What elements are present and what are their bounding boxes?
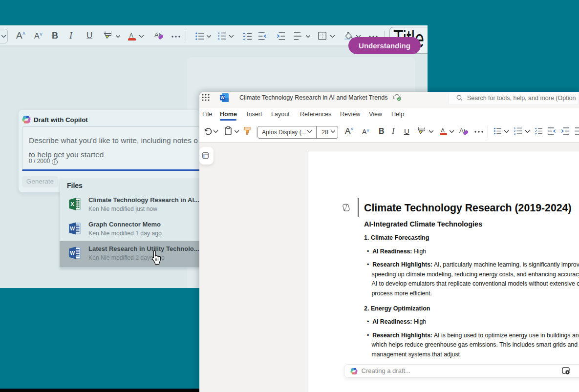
svg-text:X: X (70, 201, 74, 207)
svg-text:W: W (220, 95, 225, 100)
svg-text:W: W (70, 226, 75, 231)
svg-text:W: W (70, 250, 75, 256)
